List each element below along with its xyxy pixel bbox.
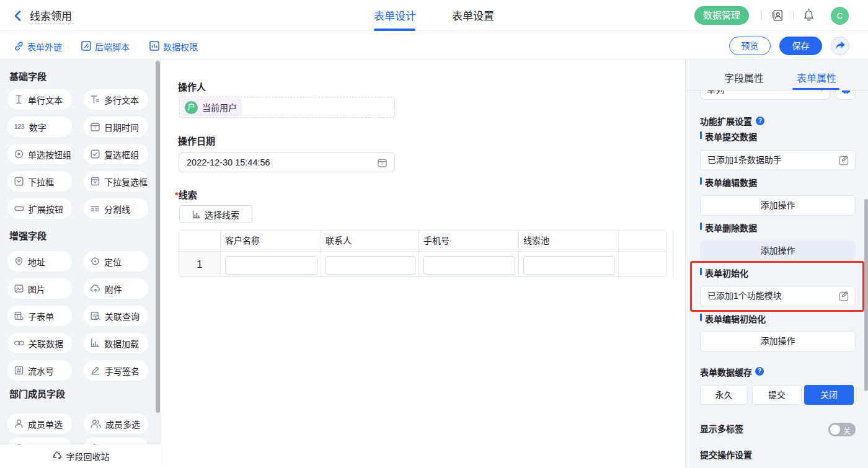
- svg-text:7: 7: [381, 162, 383, 166]
- svg-text:7: 7: [94, 126, 96, 130]
